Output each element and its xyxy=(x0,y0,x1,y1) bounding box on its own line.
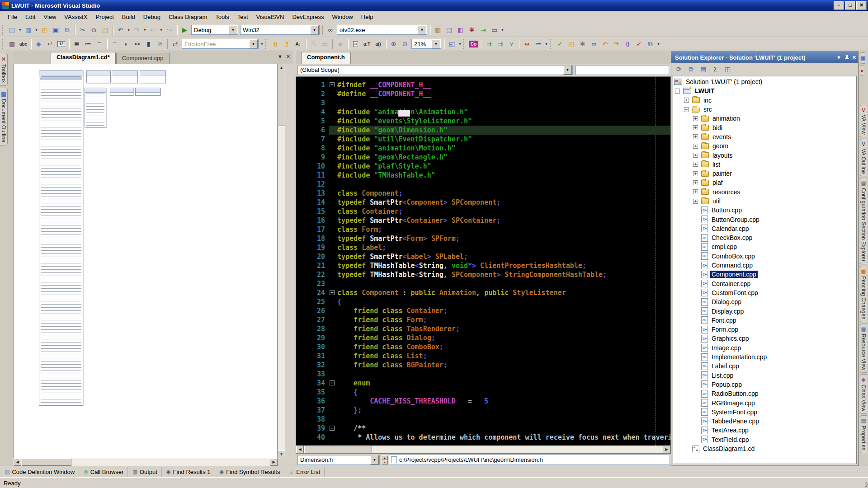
whitespace-button[interactable]: ◆ xyxy=(33,39,44,49)
svn-update-button[interactable]: ✓ xyxy=(555,39,565,49)
tree-item-font-cpp[interactable]: C+Font.cpp xyxy=(673,316,856,325)
spell-check-button[interactable]: abc xyxy=(18,39,28,49)
save-button[interactable]: ▣ xyxy=(51,25,61,35)
cut-button[interactable]: ✂ xyxy=(77,25,88,35)
add-item-button[interactable]: ▦ xyxy=(23,25,33,35)
save-all-button[interactable]: ⧉ xyxy=(62,25,72,35)
scroll-left-button[interactable]: ◀ xyxy=(14,458,21,466)
align-button[interactable]: ⇹ xyxy=(522,39,532,49)
window-position-dropdown[interactable]: ▼ xyxy=(836,55,841,60)
collapse-icon[interactable]: − xyxy=(675,89,680,94)
expand-icon[interactable]: + xyxy=(684,98,689,103)
new-item-dropdown[interactable]: ▼ xyxy=(18,25,23,35)
menu-class-diagram[interactable]: Class Diagram xyxy=(165,12,211,22)
diagram-class-box[interactable] xyxy=(86,70,111,83)
menu-build[interactable]: Build xyxy=(118,12,139,22)
zoom-out-button[interactable]: ⊖ xyxy=(400,39,410,49)
outline-list-button[interactable]: ≔ xyxy=(533,39,543,49)
se-refresh-button[interactable]: ⟳ xyxy=(674,64,684,74)
redo-button[interactable]: ↷ xyxy=(132,25,142,35)
quick-info-button[interactable]: ≡ xyxy=(94,39,104,49)
startup-target-combo[interactable]: otv02.exe▼ xyxy=(337,25,427,35)
diagram-class-box[interactable] xyxy=(112,70,138,83)
solution-config-combo[interactable]: Debug▼ xyxy=(191,25,238,35)
server-explorer-tab[interactable]: ▣ xyxy=(860,52,865,64)
display-markup-button[interactable]: ▥ xyxy=(7,39,17,49)
chevron-down-icon[interactable]: ▼ xyxy=(229,25,237,34)
scroll-right-button[interactable]: ▶ xyxy=(663,446,670,453)
scroll-thumb[interactable] xyxy=(278,72,285,126)
diagram-class-box[interactable] xyxy=(135,88,160,96)
tree-item-calendar-cpp[interactable]: C+Calendar.cpp xyxy=(673,224,856,233)
complete-word-button[interactable]: ≡ xyxy=(109,39,120,49)
copy-button[interactable]: ⧉ xyxy=(89,25,99,35)
menu-debug[interactable]: Debug xyxy=(139,12,165,22)
expand-icon[interactable]: + xyxy=(693,153,698,158)
tree-item-src[interactable]: −src xyxy=(673,105,856,114)
tree-item-bidi[interactable]: +bidi xyxy=(673,123,856,132)
new-item-button[interactable]: ▤ xyxy=(7,25,17,35)
expand-icon[interactable]: + xyxy=(693,134,698,139)
navigate-back-dropdown[interactable]: ▼ xyxy=(159,25,164,35)
tree-item-popup-cpp[interactable]: C+Popup.cpp xyxy=(673,380,856,389)
font-a-button[interactable]: a xyxy=(350,39,361,49)
expand-icon[interactable]: + xyxy=(693,171,698,176)
menu-visualsvn[interactable]: VisualSVN xyxy=(252,12,288,22)
paste-button[interactable]: ▤ xyxy=(100,25,110,35)
tree-item-container-cpp[interactable]: C+Container.cpp xyxy=(673,279,856,288)
chevron-down-icon[interactable]: ▼ xyxy=(432,39,440,48)
error-list-tab[interactable]: ▲Error List xyxy=(285,467,325,477)
va-outline-tab[interactable]: VVA Outline xyxy=(860,139,867,177)
scroll-thumb[interactable] xyxy=(304,446,372,453)
font-paren-button[interactable]: a() xyxy=(373,39,383,49)
config-section-explorer-tab[interactable]: ▤Configuration Section Explorer xyxy=(860,178,867,264)
fold-margin[interactable]: − xyxy=(329,288,337,297)
tree-item-painter[interactable]: +painter xyxy=(673,169,856,178)
undo-dropdown[interactable]: ▼ xyxy=(126,25,131,35)
diagram-vscrollbar[interactable]: ▲ ▼ xyxy=(278,64,285,458)
output-tab[interactable]: ▥Output xyxy=(128,467,161,477)
chevron-down-icon[interactable]: ▼ xyxy=(249,39,258,48)
resource-view-tab[interactable]: ▥Resource View xyxy=(860,324,867,373)
class-diagram-canvas[interactable] xyxy=(14,64,278,458)
document-outline-tab[interactable]: ▤Document Outline xyxy=(0,88,8,145)
collapse-icon[interactable]: − xyxy=(684,107,689,112)
calendar-12-button[interactable]: 12 xyxy=(56,39,66,49)
va-refactor-button[interactable]: {} xyxy=(270,39,281,49)
tree-item-inc[interactable]: +inc xyxy=(673,96,856,105)
tree-item-dialog-cpp[interactable]: C+Dialog.cpp xyxy=(673,297,856,306)
tree-item-checkbox-cpp[interactable]: C+CheckBox.cpp xyxy=(673,233,856,242)
tree-item-textarea-cpp[interactable]: C+TextArea.cpp xyxy=(673,426,856,435)
window-toolbar-overflow[interactable]: ▼ xyxy=(458,39,462,49)
scroll-thumb[interactable] xyxy=(22,458,71,466)
close-document-button[interactable]: ✕ xyxy=(286,54,290,60)
tab-scroll-dropdown[interactable]: ▼ xyxy=(278,54,283,60)
member-combo[interactable] xyxy=(576,65,669,75)
binary-compare-button[interactable]: ⇉ xyxy=(484,39,494,49)
redo-dropdown[interactable]: ▼ xyxy=(142,25,147,35)
svn-repo-browser-button[interactable]: ✱ xyxy=(577,39,588,49)
chevron-down-icon[interactable]: ▼ xyxy=(370,455,379,465)
add-item-dropdown[interactable]: ▼ xyxy=(34,25,39,35)
maximize-button[interactable]: □ xyxy=(845,1,855,10)
scroll-left-button[interactable]: ◀ xyxy=(296,446,304,453)
tree-item-animation[interactable]: +animation xyxy=(673,114,856,123)
chevron-down-icon[interactable]: ▼ xyxy=(563,66,572,75)
fold-margin[interactable]: − xyxy=(329,424,337,433)
toolbar-grip[interactable] xyxy=(265,39,268,49)
tree-item-implementation-cpp[interactable]: C+Implementation.cpp xyxy=(673,352,856,361)
properties-tab[interactable]: ▤Properties xyxy=(860,415,867,453)
toolbar-grip[interactable] xyxy=(463,39,466,49)
menu-test[interactable]: Test xyxy=(233,12,252,22)
svn-redo-button[interactable]: ↷ xyxy=(611,39,622,49)
tree-item-graphics-cpp[interactable]: C+Graphics.cpp xyxy=(673,334,856,343)
chevron-down-icon[interactable]: ▼ xyxy=(310,25,319,34)
expand-icon[interactable]: + xyxy=(693,189,698,194)
close-button[interactable]: ✕ xyxy=(856,1,867,10)
solution-explorer-button[interactable]: ▦ xyxy=(433,25,443,35)
expand-icon[interactable]: + xyxy=(693,162,698,167)
object-browser-button[interactable]: ◧ xyxy=(455,25,466,35)
scroll-down-button[interactable]: ▼ xyxy=(278,450,285,458)
new-window-button[interactable]: ◱ xyxy=(447,39,457,49)
open-file-button[interactable]: ◰ xyxy=(39,25,50,35)
